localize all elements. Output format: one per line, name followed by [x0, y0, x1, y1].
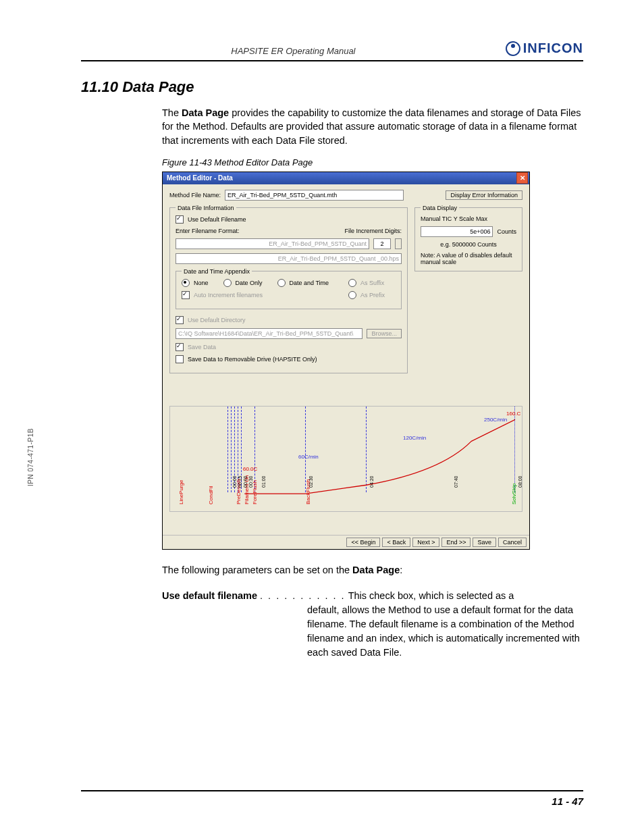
event-linepurge: LinePurge	[178, 479, 184, 504]
window-title: Method Editor - Data	[167, 174, 233, 182]
logo-icon	[506, 41, 520, 56]
time-0100: 01:00	[261, 475, 266, 488]
section-heading: 11.10 Data Page	[81, 78, 583, 96]
filename-format-input[interactable]: ER_Air_Tri-Bed_PPM_5STD_Quant	[176, 238, 369, 249]
manual-tic-label: Manual TIC Y Scale Max	[421, 215, 516, 222]
page-footer: 11 - 47	[81, 790, 583, 807]
use-default-filename-checkbox[interactable]	[176, 215, 184, 224]
radio-as-prefix[interactable]	[348, 291, 356, 299]
spinner-icon[interactable]	[395, 238, 402, 249]
page-number: 11 - 47	[552, 796, 583, 807]
radio-date-time[interactable]	[277, 279, 286, 287]
temp-60: 60.0C	[243, 466, 257, 472]
auto-increment-checkbox[interactable]	[182, 291, 190, 299]
time-0800: 08:00	[518, 475, 522, 488]
brand-text: INFICON	[523, 41, 583, 56]
rate-120: 120C/min	[403, 435, 426, 441]
save-removable-checkbox[interactable]	[176, 355, 184, 363]
date-time-group: Date and Time Appendix None Date Only Da…	[176, 268, 402, 309]
save-button[interactable]: Save	[473, 538, 496, 547]
increment-digits-input[interactable]: 2	[373, 238, 391, 249]
close-icon[interactable]: ✕	[516, 172, 528, 184]
browse-button[interactable]: Browse...	[367, 329, 402, 338]
rate-60: 60C/min	[298, 454, 319, 460]
time-0230: 02:30	[308, 475, 313, 488]
save-removable-label: Save Data to Removable Drive (HAPSITE On…	[188, 356, 317, 363]
use-default-filename-label: Use Default Filename	[188, 216, 246, 223]
radio-none[interactable]	[182, 279, 190, 287]
filename-preview: ER_Air_Tri-Bed_PPM_5STD_Quant _00.hps	[176, 253, 402, 264]
parameter-list: Use default filename . . . . . . . . . .…	[162, 589, 583, 660]
param-label-use-default: Use default filename	[162, 589, 257, 603]
use-default-dir-checkbox[interactable]	[176, 316, 184, 324]
begin-button[interactable]: << Begin	[346, 538, 380, 547]
intro-paragraph: The Data Page provides the capability to…	[162, 106, 583, 147]
time-0000b: 00:00	[243, 475, 248, 488]
param-dots: . . . . . . . . . . .	[257, 589, 348, 603]
save-data-label: Save Data	[188, 344, 216, 350]
figure-caption: Figure 11-43 Method Editor Data Page	[162, 157, 583, 167]
event-condfil: CondFil	[208, 486, 214, 504]
increment-digits-label: File Increment Digits:	[344, 228, 402, 234]
radio-as-suffix[interactable]	[348, 279, 356, 287]
timeline-chart: 60C/min 120C/min 250C/min 60.0C 160.C Li…	[169, 406, 522, 512]
directory-input[interactable]: C:\IQ Software\H1684\Data\ER_Air_Tri-Bed…	[176, 328, 363, 339]
time-0015: 00:15	[238, 475, 242, 488]
time-0420: 04:20	[369, 475, 374, 488]
brand-logo: INFICON	[506, 41, 583, 56]
method-file-label: Method File Name:	[169, 192, 221, 199]
data-file-info-legend: Data File Information	[176, 205, 236, 211]
save-data-checkbox[interactable]	[176, 343, 184, 351]
end-button[interactable]: End >>	[441, 538, 471, 547]
back-button[interactable]: < Back	[382, 538, 410, 547]
next-button[interactable]: Next >	[412, 538, 439, 547]
use-default-dir-label: Use Default Directory	[188, 317, 246, 323]
time-0030: 00:30	[248, 475, 253, 488]
radio-date-only[interactable]	[223, 279, 232, 287]
date-time-legend: Date and Time Appendix	[182, 268, 252, 275]
data-display-legend: Data Display	[421, 205, 459, 211]
method-file-input[interactable]: ER_Air_Tri-Bed_PPM_5STD_Quant.mth	[225, 190, 404, 201]
ipn-side-label: IPN 074-471-P1B	[27, 428, 34, 486]
method-editor-window: Method Editor - Data ✕ Method File Name:…	[162, 172, 530, 550]
display-error-button[interactable]: Display Error Information	[446, 190, 522, 200]
data-file-info-group: Data File Information Use Default Filena…	[169, 205, 408, 373]
counts-label: Counts	[497, 228, 516, 235]
event-solvskip: SolvSkip	[511, 484, 517, 504]
rate-250: 250C/min	[484, 417, 507, 423]
outro-paragraph: The following parameters can be set on t…	[162, 563, 583, 577]
param-desc-line1: This check box, which is selected as a	[348, 589, 514, 603]
window-titlebar: Method Editor - Data ✕	[163, 172, 529, 184]
time-0740: 07:40	[454, 475, 458, 488]
temp-160: 160.C	[506, 411, 520, 417]
time-0000a: 00:00	[232, 475, 237, 488]
filename-format-label: Enter Filename Format:	[176, 228, 240, 234]
tic-scale-input[interactable]: 5e+006	[421, 226, 493, 237]
scale-note: Note: A value of 0 disables default manu…	[421, 252, 516, 265]
nav-button-row: << Begin < Back Next > End >> Save Cance…	[163, 535, 529, 549]
auto-increment-label: Auto Increment filenames	[194, 292, 263, 298]
data-display-group: Data Display Manual TIC Y Scale Max 5e+0…	[414, 205, 522, 271]
cancel-button[interactable]: Cancel	[498, 538, 527, 547]
param-desc-rest: default, allows the Method to use a defa…	[307, 603, 583, 660]
counts-example: e.g. 5000000 Counts	[421, 241, 516, 248]
manual-title: HAPSITE ER Operating Manual	[231, 46, 355, 56]
